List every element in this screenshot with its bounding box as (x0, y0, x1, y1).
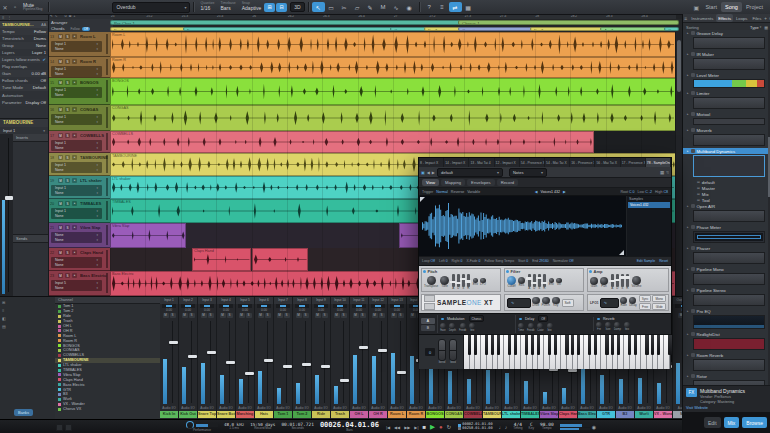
black-key[interactable] (628, 335, 631, 355)
a-slider[interactable] (528, 274, 531, 287)
effect-item-level-meter[interactable]: ▸Level Meter (683, 72, 770, 78)
zone-root[interactable]: RootC 0 (620, 190, 634, 194)
instrument-tab[interactable]: 8 - Impact X (419, 158, 444, 167)
strip-pan-control[interactable] (276, 304, 290, 308)
track-mute-button[interactable]: M (58, 59, 63, 64)
mixer-strip-room-l[interactable]: Input 130.00MSAudio I/ORoom L (388, 297, 407, 420)
strip-fader[interactable] (675, 319, 682, 405)
banks-tab[interactable]: Banks (14, 409, 33, 416)
track-solo-button[interactable]: S (65, 178, 70, 183)
track-monitor-select[interactable]: None▾ (51, 214, 102, 220)
octave-display[interactable]: 0 (425, 348, 435, 356)
effect-item-rotor[interactable]: ▸Rotor (683, 373, 770, 379)
fx-group-dropdown[interactable]: Off (538, 315, 548, 322)
follow-toggle[interactable]: Off (82, 27, 90, 31)
arrange-tool-icon[interactable]: ∿ (55, 15, 58, 18)
fader-cap[interactable] (302, 363, 311, 367)
track-header-timbales[interactable]: 20MS●TIMBALESInput 1▾None▾ (48, 199, 110, 223)
overdub-dropdown[interactable]: Overdub ▾ (112, 2, 190, 13)
strip-solo-button[interactable]: S (322, 313, 328, 318)
strip-fader[interactable] (181, 319, 195, 405)
listen-tool[interactable]: ◉ (403, 2, 416, 12)
mixer-strip-trash[interactable]: Input 100.00MSAudio I/OTrash (331, 297, 350, 420)
track-monitor-select[interactable]: None▾ (51, 93, 102, 99)
black-key[interactable] (525, 335, 528, 355)
effect-item-phase-meter[interactable]: ▸Phase Meter (683, 224, 770, 230)
arrange-scrollbar[interactable] (675, 32, 682, 296)
strip-pan-control[interactable] (390, 304, 404, 308)
strip-mute-button[interactable]: M (239, 313, 245, 318)
d-slider[interactable] (616, 274, 619, 287)
strip-mute-button[interactable]: M (258, 313, 264, 318)
view-tab-record[interactable]: Record (497, 179, 519, 186)
black-key[interactable] (497, 335, 500, 355)
browser-tab-instruments[interactable]: Instruments (689, 14, 715, 22)
rail-icon[interactable]: ≡ (2, 308, 6, 313)
track-record-button[interactable]: ● (72, 201, 77, 206)
detach-icon[interactable]: ▫ (10, 2, 20, 12)
page-button-start[interactable]: Start (701, 2, 721, 12)
fader-cap[interactable] (245, 372, 254, 376)
strip-pan-control[interactable] (333, 304, 347, 308)
inspector-row[interactable]: TempoFollow (0, 28, 48, 35)
strip-pan-control[interactable] (257, 304, 271, 308)
piano-keyboard[interactable] (464, 335, 671, 369)
track-monitor-select[interactable]: None▾ (51, 146, 102, 152)
loop-setting-follow-song-tempo[interactable]: Follow Song Tempo (484, 259, 514, 263)
track-solo-button[interactable]: S (65, 59, 70, 64)
track-record-button[interactable]: ● (72, 107, 77, 112)
split-tool[interactable]: ✂ (338, 2, 351, 12)
track-solo-button[interactable]: S (65, 133, 70, 138)
transport-tempo-group[interactable]: 98.00Tempo (540, 423, 554, 431)
wave-end-handle[interactable] (619, 250, 624, 255)
audio-clip[interactable]: Room L (110, 32, 676, 57)
track-record-button[interactable]: ● (72, 178, 77, 183)
track-monitor-select[interactable]: None▾ (51, 238, 102, 244)
track-record-button[interactable]: ● (72, 273, 77, 278)
track-header-claps-hand[interactable]: 22MS●Claps HandNone▾None▾ (48, 248, 110, 271)
mixer-strip-oh-r[interactable]: Input 120.00MSAudio I/OOH R (369, 297, 388, 420)
section-enable-led[interactable] (589, 270, 592, 273)
fader-cap[interactable] (169, 341, 178, 345)
add-tab-button[interactable]: + (764, 16, 767, 21)
audio-clip[interactable]: BONGOS (110, 78, 676, 105)
view-button-browse[interactable]: Browse (742, 417, 767, 428)
black-key[interactable] (485, 335, 488, 355)
inspector-row[interactable]: TimestretchDrums (0, 35, 48, 42)
arrange-tool-icon[interactable]: ⌒ (59, 15, 62, 18)
bend-tool[interactable]: ∿ (390, 2, 403, 12)
size-knob[interactable] (605, 322, 611, 328)
cutoff-knob[interactable] (507, 276, 516, 285)
inspector-row[interactable]: LayersLayer 1 (0, 49, 48, 56)
effect-item-multiband-dynamics[interactable]: ▸Multiband Dynamics (683, 148, 770, 154)
s-slider[interactable] (621, 274, 624, 287)
instrument-tab[interactable]: 17 - Presence X3 (621, 158, 646, 167)
track-mute-button[interactable]: M (58, 80, 63, 85)
track-record-button[interactable]: ● (72, 133, 77, 138)
loop-setting-start[interactable]: Start0 (518, 259, 528, 263)
track-record-button[interactable]: ● (72, 155, 77, 160)
track-header-bongos[interactable]: 15MS●BONGOSInput 1▾None▾ (48, 78, 110, 105)
fader-cap[interactable] (226, 361, 235, 365)
track-mute-button[interactable]: M (58, 133, 63, 138)
track-header-cowbells[interactable]: 17MS●COWBELLSInput 1▾None▾ (48, 131, 110, 153)
instrument-tab[interactable]: 78 - SampleOne (646, 158, 671, 167)
black-key[interactable] (508, 335, 511, 355)
strip-solo-button[interactable]: S (284, 313, 290, 318)
grid-icon[interactable]: ▦ (462, 2, 475, 12)
strip-fader[interactable] (238, 319, 252, 405)
track-solo-button[interactable]: S (65, 201, 70, 206)
transport-timing-group[interactable]: 4/4Timing (513, 423, 522, 431)
strip-solo-button[interactable]: S (379, 313, 385, 318)
pre-knob[interactable] (596, 322, 602, 328)
loop-setting-x-fade[interactable]: X-Fade0 (466, 259, 480, 263)
fx-tab-b[interactable]: B (421, 325, 435, 331)
fader-cap[interactable] (378, 349, 387, 353)
sends-header[interactable]: Sends (13, 234, 48, 243)
strip-mute-button[interactable]: M (163, 313, 169, 318)
page-button-song[interactable]: Song (721, 2, 742, 12)
track-solo-button[interactable]: S (65, 34, 70, 39)
strip-fader[interactable] (352, 319, 366, 405)
section-enable-led[interactable] (506, 270, 509, 273)
snap-toggle-icon[interactable]: ⊟ (276, 3, 287, 12)
